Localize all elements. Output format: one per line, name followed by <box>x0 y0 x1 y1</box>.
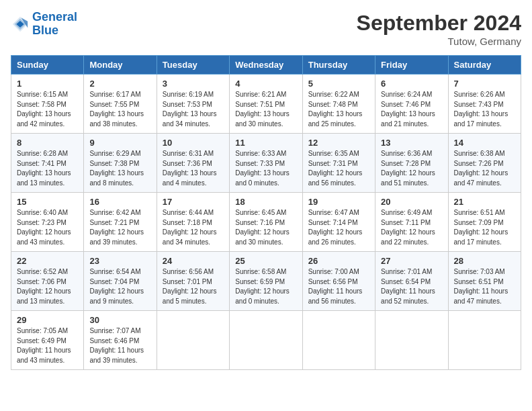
calendar-cell: 14Sunrise: 6:38 AM Sunset: 7:26 PM Dayli… <box>448 134 521 193</box>
day-number: 26 <box>308 256 369 266</box>
day-number: 16 <box>89 197 150 207</box>
calendar-cell: 23Sunrise: 6:54 AM Sunset: 7:04 PM Dayli… <box>84 252 157 311</box>
weekday-header-friday: Friday <box>375 56 448 75</box>
day-number: 15 <box>17 197 78 207</box>
day-number: 20 <box>381 197 442 207</box>
calendar-cell: 10Sunrise: 6:31 AM Sunset: 7:36 PM Dayli… <box>157 134 229 193</box>
day-number: 18 <box>235 197 296 207</box>
day-number: 12 <box>308 138 369 148</box>
weekday-header-row: SundayMondayTuesdayWednesdayThursdayFrid… <box>11 56 521 75</box>
calendar-cell: 20Sunrise: 6:49 AM Sunset: 7:11 PM Dayli… <box>375 193 448 252</box>
weekday-header-sunday: Sunday <box>11 56 84 75</box>
day-info: Sunrise: 6:15 AM Sunset: 7:58 PM Dayligh… <box>17 90 78 129</box>
day-number: 1 <box>17 79 78 89</box>
logo-line1: General <box>32 10 77 24</box>
day-info: Sunrise: 6:33 AM Sunset: 7:33 PM Dayligh… <box>235 149 296 188</box>
day-info: Sunrise: 6:21 AM Sunset: 7:51 PM Dayligh… <box>235 90 296 129</box>
calendar-cell: 19Sunrise: 6:47 AM Sunset: 7:14 PM Dayli… <box>302 193 375 252</box>
calendar-cell: 11Sunrise: 6:33 AM Sunset: 7:33 PM Dayli… <box>230 134 302 193</box>
day-info: Sunrise: 6:47 AM Sunset: 7:14 PM Dayligh… <box>308 208 369 247</box>
day-info: Sunrise: 6:22 AM Sunset: 7:48 PM Dayligh… <box>308 90 369 129</box>
day-number: 30 <box>89 315 150 325</box>
logo-text: General Blue <box>32 11 77 38</box>
day-number: 6 <box>381 79 442 89</box>
calendar-week-1: 1Sunrise: 6:15 AM Sunset: 7:58 PM Daylig… <box>11 75 521 134</box>
calendar-week-2: 8Sunrise: 6:28 AM Sunset: 7:41 PM Daylig… <box>11 134 521 193</box>
day-number: 23 <box>89 256 150 266</box>
title-block: September 2024 Tutow, Germany <box>357 11 521 47</box>
day-info: Sunrise: 6:44 AM Sunset: 7:18 PM Dayligh… <box>163 208 224 247</box>
day-info: Sunrise: 6:35 AM Sunset: 7:31 PM Dayligh… <box>308 149 369 188</box>
calendar-cell: 8Sunrise: 6:28 AM Sunset: 7:41 PM Daylig… <box>11 134 84 193</box>
calendar-cell: 22Sunrise: 6:52 AM Sunset: 7:06 PM Dayli… <box>11 252 84 311</box>
day-number: 11 <box>235 138 296 148</box>
calendar-cell: 6Sunrise: 6:24 AM Sunset: 7:46 PM Daylig… <box>375 75 448 134</box>
calendar-cell: 9Sunrise: 6:29 AM Sunset: 7:38 PM Daylig… <box>84 134 157 193</box>
day-info: Sunrise: 6:24 AM Sunset: 7:46 PM Dayligh… <box>381 90 442 129</box>
weekday-header-monday: Monday <box>84 56 157 75</box>
logo-line2: Blue <box>32 24 58 37</box>
day-info: Sunrise: 6:26 AM Sunset: 7:43 PM Dayligh… <box>454 90 515 129</box>
month-title: September 2024 <box>357 11 521 36</box>
day-info: Sunrise: 6:31 AM Sunset: 7:36 PM Dayligh… <box>163 149 224 188</box>
weekday-header-wednesday: Wednesday <box>230 56 302 75</box>
calendar-cell: 13Sunrise: 6:36 AM Sunset: 7:28 PM Dayli… <box>375 134 448 193</box>
calendar-cell: 25Sunrise: 6:58 AM Sunset: 6:59 PM Dayli… <box>230 252 302 311</box>
calendar-week-3: 15Sunrise: 6:40 AM Sunset: 7:23 PM Dayli… <box>11 193 521 252</box>
day-info: Sunrise: 6:28 AM Sunset: 7:41 PM Dayligh… <box>17 149 78 188</box>
day-number: 22 <box>17 256 78 266</box>
day-number: 8 <box>17 138 78 148</box>
calendar-cell: 12Sunrise: 6:35 AM Sunset: 7:31 PM Dayli… <box>302 134 375 193</box>
calendar-cell: 1Sunrise: 6:15 AM Sunset: 7:58 PM Daylig… <box>11 75 84 134</box>
calendar-cell: 4Sunrise: 6:21 AM Sunset: 7:51 PM Daylig… <box>230 75 302 134</box>
day-info: Sunrise: 6:42 AM Sunset: 7:21 PM Dayligh… <box>89 208 150 247</box>
calendar-cell: 5Sunrise: 6:22 AM Sunset: 7:48 PM Daylig… <box>302 75 375 134</box>
day-info: Sunrise: 6:51 AM Sunset: 7:09 PM Dayligh… <box>454 208 515 247</box>
day-info: Sunrise: 6:17 AM Sunset: 7:55 PM Dayligh… <box>89 90 150 129</box>
calendar-cell: 3Sunrise: 6:19 AM Sunset: 7:53 PM Daylig… <box>157 75 229 134</box>
calendar-cell: 24Sunrise: 6:56 AM Sunset: 7:01 PM Dayli… <box>157 252 229 311</box>
day-number: 24 <box>163 256 224 266</box>
day-number: 3 <box>163 79 224 89</box>
day-number: 17 <box>163 197 224 207</box>
day-info: Sunrise: 7:00 AM Sunset: 6:56 PM Dayligh… <box>308 267 369 306</box>
calendar-cell: 17Sunrise: 6:44 AM Sunset: 7:18 PM Dayli… <box>157 193 229 252</box>
calendar-cell <box>230 311 302 370</box>
day-info: Sunrise: 6:54 AM Sunset: 7:04 PM Dayligh… <box>89 267 150 306</box>
day-info: Sunrise: 6:45 AM Sunset: 7:16 PM Dayligh… <box>235 208 296 247</box>
logo: General Blue <box>11 11 77 38</box>
calendar-cell: 28Sunrise: 7:03 AM Sunset: 6:51 PM Dayli… <box>448 252 521 311</box>
day-number: 2 <box>89 79 150 89</box>
day-info: Sunrise: 7:01 AM Sunset: 6:54 PM Dayligh… <box>381 267 442 306</box>
location-subtitle: Tutow, Germany <box>357 36 521 47</box>
calendar-cell: 18Sunrise: 6:45 AM Sunset: 7:16 PM Dayli… <box>230 193 302 252</box>
day-info: Sunrise: 6:19 AM Sunset: 7:53 PM Dayligh… <box>163 90 224 129</box>
calendar-table: SundayMondayTuesdayWednesdayThursdayFrid… <box>11 55 521 370</box>
day-info: Sunrise: 6:40 AM Sunset: 7:23 PM Dayligh… <box>17 208 78 247</box>
calendar-cell <box>375 311 448 370</box>
calendar-cell: 30Sunrise: 7:07 AM Sunset: 6:46 PM Dayli… <box>84 311 157 370</box>
calendar-week-4: 22Sunrise: 6:52 AM Sunset: 7:06 PM Dayli… <box>11 252 521 311</box>
day-number: 28 <box>454 256 515 266</box>
calendar-cell <box>448 311 521 370</box>
day-info: Sunrise: 6:29 AM Sunset: 7:38 PM Dayligh… <box>89 149 150 188</box>
day-info: Sunrise: 6:49 AM Sunset: 7:11 PM Dayligh… <box>381 208 442 247</box>
calendar-cell: 15Sunrise: 6:40 AM Sunset: 7:23 PM Dayli… <box>11 193 84 252</box>
calendar-cell: 21Sunrise: 6:51 AM Sunset: 7:09 PM Dayli… <box>448 193 521 252</box>
weekday-header-tuesday: Tuesday <box>157 56 229 75</box>
day-info: Sunrise: 6:36 AM Sunset: 7:28 PM Dayligh… <box>381 149 442 188</box>
day-info: Sunrise: 6:56 AM Sunset: 7:01 PM Dayligh… <box>163 267 224 306</box>
day-number: 29 <box>17 315 78 325</box>
day-number: 13 <box>381 138 442 148</box>
calendar-cell <box>302 311 375 370</box>
day-number: 7 <box>454 79 515 89</box>
day-info: Sunrise: 6:38 AM Sunset: 7:26 PM Dayligh… <box>454 149 515 188</box>
calendar-cell: 29Sunrise: 7:05 AM Sunset: 6:49 PM Dayli… <box>11 311 84 370</box>
weekday-header-saturday: Saturday <box>448 56 521 75</box>
calendar-cell: 16Sunrise: 6:42 AM Sunset: 7:21 PM Dayli… <box>84 193 157 252</box>
day-number: 4 <box>235 79 296 89</box>
weekday-header-thursday: Thursday <box>302 56 375 75</box>
day-number: 9 <box>89 138 150 148</box>
day-number: 10 <box>163 138 224 148</box>
day-info: Sunrise: 6:58 AM Sunset: 6:59 PM Dayligh… <box>235 267 296 306</box>
